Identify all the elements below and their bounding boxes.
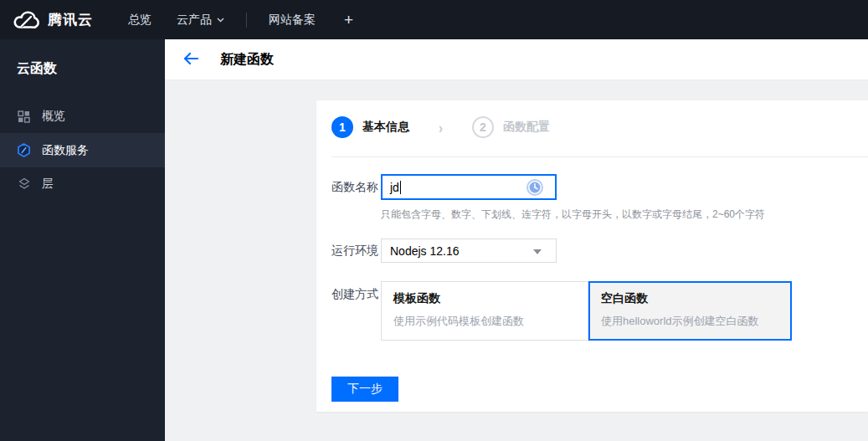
dropdown-arrow-icon bbox=[533, 249, 542, 254]
topbar-nav: 总览 云产品 网站备案 + bbox=[128, 11, 353, 29]
layers-icon bbox=[17, 177, 31, 192]
runtime-label: 运行环境 bbox=[331, 244, 381, 259]
runtime-row: 运行环境 Nodejs 12.16 bbox=[331, 238, 868, 263]
sidebar-item-layers[interactable]: 层 bbox=[0, 167, 165, 201]
method-option-title: 模板函数 bbox=[393, 291, 588, 306]
step-indicator: 1 基本信息 › 2 函数配置 bbox=[331, 116, 868, 138]
topbar: 腾讯云 总览 云产品 网站备案 + bbox=[0, 0, 868, 39]
brand-name: 腾讯云 bbox=[48, 10, 93, 29]
sidebar-menu: 概览 函数服务 bbox=[0, 100, 165, 201]
method-option-desc: 使用示例代码模板创建函数 bbox=[393, 314, 588, 329]
sidebar-item-label: 概览 bbox=[42, 109, 65, 124]
nav-overview[interactable]: 总览 bbox=[128, 13, 152, 28]
tencent-cloud-console: 腾讯云 总览 云产品 网站备案 + 云函数 bbox=[0, 0, 868, 441]
creation-method-row: 创建方式 模板函数 使用示例代码模板创建函数 空白函数 使用helloworld… bbox=[331, 281, 868, 341]
chevron-down-icon bbox=[217, 18, 224, 23]
main-area: 新建函数 1 基本信息 › 2 函数配置 函数名称 bbox=[165, 39, 868, 441]
grid-icon bbox=[17, 110, 31, 124]
content-area: 1 基本信息 › 2 函数配置 函数名称 jd bbox=[165, 80, 868, 441]
cloud-logo-icon bbox=[12, 10, 40, 30]
tencent-cloud-logo[interactable]: 腾讯云 bbox=[12, 10, 93, 30]
creation-method-options: 模板函数 使用示例代码模板创建函数 空白函数 使用helloworld示例创建空… bbox=[381, 281, 792, 341]
method-option-desc: 使用helloworld示例创建空白函数 bbox=[601, 314, 790, 329]
creation-method-label: 创建方式 bbox=[331, 287, 381, 302]
step-chevron-icon: › bbox=[439, 118, 443, 136]
runtime-selected-value: Nodejs 12.16 bbox=[390, 244, 460, 258]
sidebar-item-label: 层 bbox=[42, 177, 54, 192]
add-tab-button[interactable]: + bbox=[344, 11, 353, 29]
back-button[interactable] bbox=[182, 50, 200, 69]
sidebar-title: 云函数 bbox=[0, 39, 165, 78]
card-divider bbox=[331, 156, 868, 157]
function-name-hint: 只能包含字母、数字、下划线、连字符，以字母开头，以数字或字母结尾，2~60个字符 bbox=[381, 208, 868, 222]
function-name-label: 函数名称 bbox=[331, 180, 381, 195]
method-option-title: 空白函数 bbox=[601, 291, 790, 306]
function-name-row: 函数名称 jd bbox=[331, 174, 868, 200]
function-name-value: jd bbox=[390, 181, 399, 194]
page-header: 新建函数 bbox=[165, 39, 868, 80]
method-option-blank[interactable]: 空白函数 使用helloworld示例创建空白函数 bbox=[588, 281, 792, 341]
next-step-button[interactable]: 下一步 bbox=[331, 377, 398, 402]
nav-icp[interactable]: 网站备案 bbox=[269, 13, 316, 28]
runtime-select[interactable]: Nodejs 12.16 bbox=[381, 238, 557, 263]
text-caret bbox=[400, 181, 401, 194]
sidebar-item-overview[interactable]: 概览 bbox=[0, 100, 165, 133]
sidebar-item-function-service[interactable]: 函数服务 bbox=[0, 133, 165, 167]
nav-products[interactable]: 云产品 bbox=[177, 13, 224, 28]
step-1-circle: 1 bbox=[331, 116, 353, 138]
page-title: 新建函数 bbox=[220, 51, 274, 69]
sidebar: 云函数 概览 bbox=[0, 39, 165, 441]
clock-pending-icon bbox=[526, 178, 544, 197]
back-arrow-icon bbox=[182, 52, 199, 68]
step-2-label: 函数配置 bbox=[503, 120, 550, 135]
sidebar-item-label: 函数服务 bbox=[42, 143, 89, 158]
function-service-icon bbox=[17, 143, 31, 157]
step-1-label: 基本信息 bbox=[362, 120, 409, 135]
function-name-input[interactable]: jd bbox=[381, 174, 557, 200]
method-option-template[interactable]: 模板函数 使用示例代码模板创建函数 bbox=[381, 281, 588, 341]
nav-divider bbox=[246, 13, 247, 28]
create-function-card: 1 基本信息 › 2 函数配置 函数名称 jd bbox=[316, 100, 868, 412]
step-2-circle: 2 bbox=[472, 116, 494, 138]
